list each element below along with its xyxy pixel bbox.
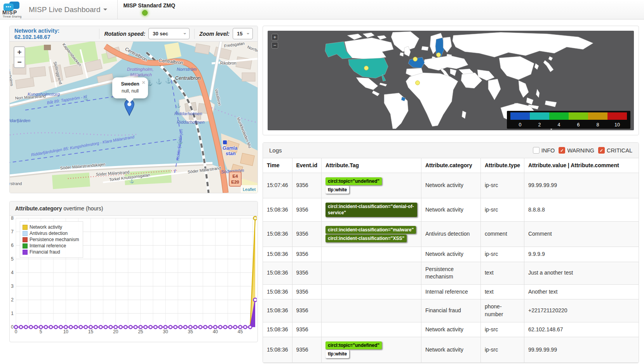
- log-tags: circl:incident-classification="malware"c…: [321, 221, 421, 247]
- event-marker: [413, 57, 418, 61]
- svg-text:0: 0: [11, 324, 14, 330]
- map-label: Centralbron: [158, 58, 183, 65]
- rotation-speed-select[interactable]: 30 sec: [148, 28, 190, 39]
- rotation-speed-label: Rotation speed:: [104, 31, 145, 37]
- logo-title: MISP: [2, 9, 17, 16]
- road-sign-e20: E20: [230, 179, 241, 185]
- checkbox-critical[interactable]: ✓: [598, 147, 605, 154]
- log-value: Just a another test: [524, 262, 639, 284]
- world-map[interactable]: 0246810: [268, 31, 634, 130]
- column-header: Time: [263, 158, 292, 173]
- legend-tick: 6: [577, 122, 580, 128]
- network-activity-title: Network activity: 62.102.148.67: [14, 28, 94, 40]
- logs-table: TimeEvent.idAttribute.TagAttribute.categ…: [263, 158, 639, 363]
- world-map-legend: 0246810: [507, 111, 630, 129]
- log-row: 15:08:369356Persistence mechanismtextJus…: [263, 262, 639, 284]
- legend-tick: 4: [558, 122, 560, 128]
- log-event-id: 9356: [292, 198, 321, 221]
- world-zoom-out-button[interactable]: −: [272, 42, 278, 49]
- column-header: Attribute.value | Attribute.comment: [524, 158, 639, 173]
- checkbox-warning[interactable]: ✓: [559, 147, 565, 154]
- log-value: 62.102.148.67: [524, 322, 639, 337]
- log-time: 15:08:36: [263, 322, 292, 337]
- map-label: Riksbron: [220, 61, 236, 65]
- map-label: Riddarholmen: [177, 120, 205, 125]
- legend-swatch: [23, 237, 28, 242]
- log-category: Network activity: [421, 337, 480, 362]
- map-label: Mälarlunch: [130, 73, 152, 77]
- svg-text:4: 4: [11, 270, 14, 275]
- log-type: text: [480, 284, 524, 299]
- log-type: text: [480, 262, 524, 284]
- map-label: ⚓: [84, 96, 88, 100]
- log-type: ip-src: [480, 322, 524, 337]
- network-panel-header: Network activity: 62.102.148.67 Rotation…: [10, 26, 258, 42]
- metro-station-icon: [223, 140, 227, 144]
- log-event-id: 9356: [292, 284, 321, 299]
- svg-text:30: 30: [163, 329, 168, 334]
- caret-down-icon: [103, 9, 107, 10]
- logo-subtitle: Threat Sharing: [3, 15, 22, 18]
- log-event-id: 9356: [292, 322, 321, 337]
- map-label: Kaplansbacken: [62, 42, 82, 67]
- attribute-tag: circl:topic="undefined": [325, 341, 382, 349]
- misp-logo[interactable]: ••• MISP Threat Sharing: [0, 0, 24, 19]
- zoom-out-button[interactable]: −: [14, 57, 24, 67]
- legend-swatch: [23, 243, 28, 248]
- leaflet-map[interactable]: Norr MälarstrandKungsholmsSkillinggrandK…: [10, 42, 258, 193]
- svg-text:45: 45: [238, 329, 243, 334]
- zoom-level-select[interactable]: 15: [233, 28, 253, 39]
- legend-label: Financial fraud: [30, 249, 60, 255]
- svg-text:20: 20: [113, 329, 118, 334]
- chart-title-rest: overtime (hours): [62, 205, 103, 212]
- attribute-tag: circl:incident-classification="XSS": [325, 234, 407, 242]
- legend-label: Antivirus detection: [30, 231, 68, 236]
- checkbox-info[interactable]: [533, 147, 540, 154]
- column-header: Event.id: [292, 158, 321, 173]
- legend-item: Financial fraud: [23, 249, 79, 255]
- filter-critical[interactable]: ✓CRITICAL: [598, 147, 632, 154]
- dashboard-dropdown[interactable]: MISP Live Dashboard: [24, 0, 114, 19]
- svg-text:8: 8: [11, 216, 14, 221]
- attribute-tag: circl:incident-classification="denial-of…: [325, 203, 417, 217]
- svg-text:40: 40: [213, 329, 218, 334]
- zoom-in-button[interactable]: +: [14, 47, 24, 57]
- logs-panel: Logs INFO✓WARNING✓CRITICAL TimeEvent.idA…: [263, 142, 639, 363]
- leaflet-link[interactable]: Leaflet: [243, 187, 256, 192]
- log-value: 99.99.99.99: [524, 337, 639, 362]
- svg-text:0: 0: [15, 329, 17, 334]
- legend-item: Internal reference: [23, 243, 79, 248]
- popup-coordinates: null, null: [112, 88, 148, 94]
- svg-text:35: 35: [188, 329, 193, 334]
- filter-info[interactable]: INFO: [533, 147, 555, 154]
- log-row: 15:08:369356circl:incident-classificatio…: [263, 198, 639, 221]
- legend-tick: 10: [614, 122, 620, 128]
- chart-panel-header: Attribute.category overtime (hours): [10, 201, 258, 216]
- zmq-title: MISP Standard ZMQ: [123, 2, 175, 9]
- column-header: Attribute.Tag: [321, 158, 421, 173]
- svg-text:15: 15: [88, 329, 94, 334]
- map-label: stan: [226, 151, 236, 156]
- world-zoom-control: + −: [272, 34, 278, 50]
- map-popup: Sweden null, null ×: [112, 77, 148, 98]
- world-zoom-in-button[interactable]: +: [272, 34, 278, 40]
- filter-warning[interactable]: ✓WARNING: [559, 147, 594, 154]
- column-header: Attribute.category: [421, 158, 480, 173]
- map-label: Riddarfjärden: [10, 119, 30, 123]
- attribute-tag: tlp:white: [325, 350, 349, 358]
- map-label: Riddarfjärdslinjen 85: Kungsholmstorg - …: [31, 135, 134, 157]
- zoom-level-control: Zoom level: 15 ⌄: [194, 29, 253, 39]
- log-event-id: 9356: [292, 337, 321, 362]
- road-sign-e4-e20: E4 E20: [229, 172, 242, 187]
- popup-close-icon[interactable]: ×: [142, 79, 145, 86]
- rotation-speed-control: Rotation speed: 30 sec ⌄: [99, 29, 190, 39]
- attribute-category-chart-panel: Attribute.category overtime (hours) 0123…: [9, 201, 258, 342]
- map-label: ⚓: [165, 78, 171, 83]
- map-label: Gamla: [223, 146, 237, 151]
- log-category: Financial fraud: [421, 299, 480, 322]
- log-time: 15:08:36: [263, 284, 292, 299]
- log-category: Network activity: [421, 173, 480, 198]
- map-label: Munkbroleden Mu: [236, 117, 252, 149]
- top-navbar: ••• MISP Threat Sharing MISP Live Dashbo…: [0, 0, 644, 19]
- log-time: 15:08:36: [263, 337, 292, 362]
